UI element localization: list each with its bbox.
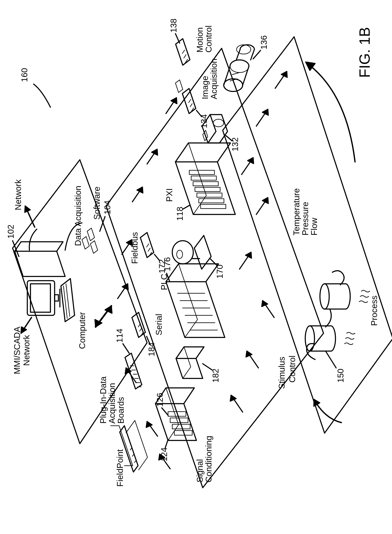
svg-point-63 [230,60,249,72]
ref-134: 134 [200,114,208,128]
svg-marker-79 [122,284,128,290]
svg-marker-99 [248,158,254,164]
process-plant [305,271,370,368]
svg-line-14 [132,454,134,456]
ref-102: 102 [6,225,15,239]
svg-line-71 [175,34,180,43]
svg-marker-89 [230,395,236,401]
svg-marker-101 [262,109,268,115]
svg-marker-83 [137,187,143,193]
label-process: Process [370,296,378,326]
leader-160 [34,84,50,107]
svg-point-105 [320,284,329,309]
ref-160: 160 [20,68,29,82]
label-tpf: Temperature Pressure Flow [292,188,318,236]
ref-184: 184 [147,342,156,356]
input-arrow [314,399,341,423]
label-stimulus: Stimulus [277,357,286,389]
svg-rect-52 [193,182,218,186]
label-serial: Serial [154,314,163,335]
label-pxi: PXI [165,188,174,202]
svg-line-43 [147,244,149,247]
ref-118: 118 [175,207,184,221]
label-fieldpoint: FieldPoint [116,449,124,487]
ref-182: 182 [211,369,220,383]
svg-marker-8 [25,206,30,212]
svg-point-56 [213,119,224,127]
ref-150: 150 [336,369,345,383]
svg-marker-95 [246,252,252,258]
computer-tower [15,251,65,276]
label-fieldbus: Fieldbus [130,232,139,264]
svg-marker-103 [281,71,287,77]
svg-line-69 [184,55,186,58]
label-plugin: Plug-In-Data Acquisition Boards [99,376,125,424]
ref-124: 124 [160,447,168,462]
label-sigcond: Signal Conditioning [195,436,213,482]
svg-line-66 [232,72,239,75]
svg-rect-51 [195,187,220,192]
svg-rect-1 [55,295,58,301]
image-acq-card [175,80,202,117]
svg-marker-87 [171,98,177,104]
svg-marker-108 [314,399,320,406]
svg-line-70 [182,50,185,53]
label-control: Control [288,355,297,383]
svg-marker-91 [246,351,252,357]
svg-line-106 [326,351,336,368]
svg-line-13 [135,460,136,463]
motion-card [175,34,190,65]
label-network-l: Network [22,335,31,366]
label-software: Software [93,186,101,220]
ref-138: 138 [169,19,178,33]
label-mmi: MMI/SCADA [13,326,21,374]
svg-point-45 [172,241,193,264]
figure-label: FIG. 1B [357,27,373,78]
svg-line-22 [123,344,129,353]
ref-172: 172 [158,259,166,273]
daq-board [123,344,142,389]
svg-marker-93 [262,301,268,307]
label-daq: Data Acquisition [74,186,82,246]
svg-line-59 [190,104,192,107]
svg-line-28 [162,408,168,415]
label-plc: PLC [160,274,168,290]
pxi-chassis [175,143,235,214]
box-182 [176,347,212,378]
svg-line-67 [253,51,261,59]
svg-line-15 [130,448,132,450]
svg-marker-97 [262,198,268,203]
svg-rect-53 [191,176,216,180]
svg-line-42 [148,248,150,251]
ref-136: 136 [259,35,268,49]
label-imgacq: Image Acquisition [201,59,218,99]
ref-170: 170 [215,265,224,279]
svg-line-60 [189,99,191,103]
label-network-r: Network [14,179,23,210]
network-arrow-right [25,206,35,227]
svg-rect-48 [201,204,226,208]
ref-132: 132 [231,137,239,151]
ref-104: 104 [103,200,112,214]
svg-line-32 [138,324,140,327]
label-computer: Computer [78,312,87,349]
network-arrow-left [21,317,32,333]
svg-rect-54 [189,170,215,175]
svg-rect-50 [197,193,222,197]
svg-marker-6 [21,327,27,333]
ref-114: 114 [115,329,124,343]
svg-point-46 [177,250,182,259]
svg-line-31 [140,328,142,331]
svg-point-64 [237,45,251,54]
lens-device [224,45,261,91]
label-motion: Motion Control [195,25,213,52]
svg-marker-85 [152,149,158,155]
link-top-mid [95,306,112,327]
fieldbus-card [140,232,160,261]
ref-126: 126 [155,393,164,407]
serial-card [132,312,150,345]
software-icons [82,217,105,253]
